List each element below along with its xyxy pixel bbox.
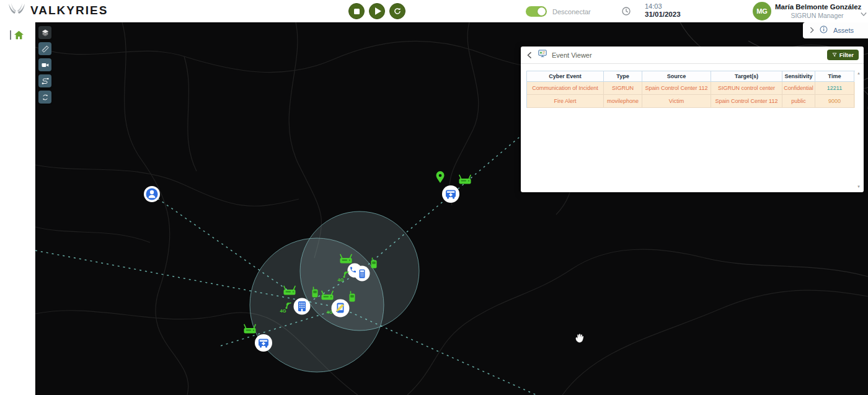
cursor-layer: [576, 334, 583, 342]
sidebar-item-home[interactable]: [0, 29, 35, 41]
date-display: 31/01/2023: [645, 11, 681, 19]
assets-panel: Assets: [803, 22, 868, 38]
home-icon: [13, 29, 25, 41]
brand-name: VALKYRIES: [30, 4, 108, 17]
scroll-down-icon[interactable]: ▼: [857, 185, 861, 189]
datetime-display: 14:03 31/01/2023: [645, 2, 681, 19]
play-button[interactable]: [369, 3, 385, 19]
avatar[interactable]: MG: [753, 2, 771, 20]
route-icon: [41, 77, 50, 86]
table-cell: Confidential: [782, 82, 815, 95]
router-marker[interactable]: [459, 175, 471, 184]
location-pin-marker[interactable]: [436, 171, 445, 183]
disconnect-toggle[interactable]: [526, 6, 547, 17]
hand-cursor: [576, 334, 583, 342]
brand: VALKYRIES: [7, 2, 108, 19]
ambulance-marker[interactable]: [255, 334, 272, 352]
refresh-icon: [393, 7, 402, 16]
chevron-left-icon: [526, 51, 533, 59]
column-header-sensitivity[interactable]: Sensitivity: [782, 71, 815, 82]
column-header-targets[interactable]: Target(s): [711, 71, 782, 82]
home-selected-indicator: [10, 30, 11, 40]
table-cell: Spain Control Center 112: [642, 82, 711, 95]
assets-expand-chevron-icon[interactable]: [810, 25, 814, 36]
assets-label[interactable]: Assets: [833, 27, 854, 34]
phone-edit-marker[interactable]: [332, 300, 350, 317]
disconnect-toggle-group: Desconectar: [526, 6, 591, 17]
stop-icon: [354, 9, 360, 14]
left-sidebar: [0, 22, 35, 395]
filter-button[interactable]: Filter: [827, 50, 859, 60]
column-header-time[interactable]: Time: [815, 71, 854, 82]
table-cell: SIGRUN control center: [711, 82, 782, 95]
table-cell: 12211: [815, 82, 854, 95]
table-row[interactable]: Communication of IncidentSIGRUNSpain Con…: [527, 82, 855, 95]
simulation-controls: [348, 3, 405, 19]
event-viewer-panel: Event Viewer Filter Cyber Event Type Sou…: [521, 47, 864, 192]
video-camera-icon: [41, 61, 50, 69]
user-menu-chevron-icon[interactable]: [861, 8, 867, 19]
user-name: María Belmonte González: [775, 2, 859, 11]
column-header-cyber-event[interactable]: Cyber Event: [527, 71, 604, 82]
sync-tool-button[interactable]: [38, 91, 51, 104]
top-header: VALKYRIES Desconectar 14:03 31/0: [0, 0, 868, 22]
layers-icon: [41, 29, 50, 37]
event-viewer-header: Event Viewer Filter: [521, 47, 864, 64]
event-viewer-title: Event Viewer: [552, 51, 592, 59]
column-header-source[interactable]: Source: [642, 71, 711, 82]
measure-tool-button[interactable]: [38, 42, 51, 55]
building-marker[interactable]: [294, 298, 311, 315]
table-cell: Fire Alert: [527, 95, 604, 108]
user-role: SIGRUN Manager: [775, 11, 859, 20]
user-meta: María Belmonte González SIGRUN Manager: [775, 2, 859, 20]
refresh-button[interactable]: [389, 3, 405, 19]
camera-tool-button[interactable]: [38, 58, 51, 71]
table-cell: movilephone: [604, 95, 642, 108]
table-cell: public: [782, 95, 815, 108]
event-table-header-row: Cyber Event Type Source Target(s) Sensit…: [527, 71, 855, 82]
time-display: 14:03: [645, 2, 681, 11]
toggle-knob: [538, 7, 546, 16]
filter-button-label: Filter: [839, 51, 854, 58]
route-tool-button[interactable]: [38, 74, 51, 87]
clock-icon: [621, 6, 631, 19]
event-viewer-icon: [538, 49, 547, 61]
coverage-layer: [250, 211, 419, 372]
valkyries-wings-icon: [7, 2, 26, 19]
layers-tool-button[interactable]: [38, 26, 51, 39]
ambulance-marker[interactable]: [442, 185, 459, 203]
table-cell: SIGRUN: [604, 82, 642, 95]
filter-funnel-icon: [832, 52, 837, 58]
sync-icon: [41, 93, 50, 102]
map-toolbar: [38, 26, 51, 104]
stop-button[interactable]: [348, 3, 365, 19]
table-cell: 9000: [815, 95, 854, 108]
app-window: VALKYRIES Desconectar 14:03 31/0: [0, 0, 868, 395]
responder-marker[interactable]: [144, 186, 160, 202]
table-row[interactable]: Fire AlertmovilephoneVictimSpain Control…: [527, 95, 855, 108]
table-cell: Victim: [642, 95, 711, 108]
table-cell: Spain Control Center 112: [711, 95, 782, 108]
ruler-icon: [41, 45, 50, 53]
panel-scrollbar[interactable]: ▲ ▼: [856, 71, 862, 189]
column-header-type[interactable]: Type: [604, 71, 642, 82]
info-icon: [820, 25, 828, 36]
back-button[interactable]: [526, 51, 533, 59]
event-table-body: Communication of IncidentSIGRUNSpain Con…: [527, 82, 855, 108]
event-table: Cyber Event Type Source Target(s) Sensit…: [526, 71, 855, 108]
scroll-up-icon[interactable]: ▲: [857, 71, 861, 75]
disconnect-toggle-label: Desconectar: [552, 8, 591, 16]
play-icon: [375, 7, 381, 15]
table-cell: Communication of Incident: [527, 82, 604, 95]
